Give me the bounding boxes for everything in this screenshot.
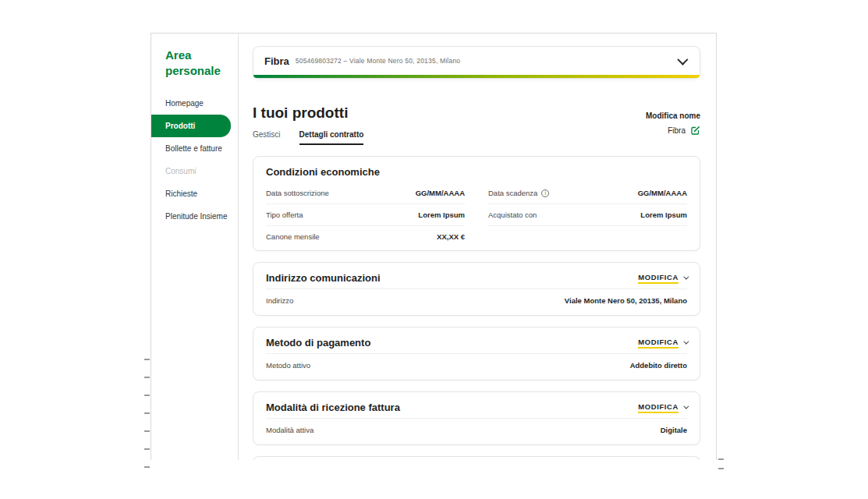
sidebar-item-label: Consumi [165, 167, 196, 175]
product-selector-dropdown[interactable]: Fibra 505469803272 – Viale Monte Nero 50… [253, 46, 700, 79]
modify-payment-button[interactable]: MODIFICA [638, 338, 687, 349]
crop-mark [718, 458, 724, 460]
modify-invoice-button[interactable]: MODIFICA [638, 402, 687, 413]
sidebar-item-bollette-e-fatture[interactable]: Bollette e fatture [151, 137, 238, 160]
pencil-icon[interactable] [690, 126, 700, 136]
tab-dettagli-contratto[interactable]: Dettagli contratto [299, 130, 364, 145]
row-value: Digitale [661, 426, 687, 434]
chevron-down-icon [683, 274, 689, 280]
card-title: Metodo di pagamento [266, 337, 370, 349]
chevron-down-icon [683, 404, 689, 409]
tab-gestisci[interactable]: Gestisci [253, 130, 281, 145]
product-name: Fibra [264, 55, 289, 67]
card-title: Indirizzo comunicazioni [266, 272, 381, 284]
product-code-address: 505469803272 – Viale Monte Nero 50, 2013… [296, 57, 460, 65]
row-value: GG/MM/AAAA [416, 189, 465, 197]
product-tabs: Gestisci Dettagli contratto [253, 130, 700, 145]
rename-block: Modifica nome Fibra [646, 111, 700, 136]
page-title: I tuoi prodotti [253, 104, 700, 122]
brand-gradient-bar [253, 75, 700, 78]
sidebar-item-prodotti[interactable]: Prodotti [151, 115, 231, 137]
row-value: XX,XX € [437, 232, 465, 241]
row-label: Tipo offerta [266, 211, 303, 219]
crop-mark [144, 430, 150, 432]
page-header: I tuoi prodotti Modifica nome Fibra [253, 104, 700, 122]
info-icon[interactable]: i [541, 189, 549, 197]
row-value: Lorem Ipsum [640, 211, 687, 219]
detail-row: Metodo attivo Addebito diretto [266, 353, 687, 377]
row-label: Data scadenza i [488, 189, 549, 197]
modify-label: MODIFICA [638, 338, 678, 349]
detail-row: Data sottoscrizione GG/MM/AAAA [266, 182, 465, 204]
detail-row: Tipo offerta Lorem Ipsum [266, 204, 465, 226]
crop-mark [144, 448, 150, 450]
crop-mark [144, 412, 150, 414]
chevron-down-icon [683, 339, 689, 345]
modify-address-button[interactable]: MODIFICA [638, 273, 687, 284]
crop-mark [144, 395, 150, 396]
app-window: Area personale Homepage Prodotti Bollett… [151, 33, 717, 460]
sidebar-item-richieste[interactable]: Richieste [151, 182, 238, 205]
screenshot-canvas: Area personale Homepage Prodotti Bollett… [0, 0, 868, 499]
product-code: 505469803272 [296, 57, 342, 65]
detail-row: Acquistato con Lorem Ipsum [488, 204, 687, 226]
row-label: Canone mensile [266, 232, 320, 241]
chevron-down-icon[interactable] [677, 55, 688, 65]
card-indirizzo-comunicazioni: Indirizzo comunicazioni MODIFICA Indiriz… [253, 262, 700, 316]
sidebar-title: Area personale [151, 41, 238, 92]
sidebar-item-label: Prodotti [165, 122, 195, 130]
main-content: Fibra 505469803272 – Viale Monte Nero 50… [239, 34, 716, 460]
sidebar-item-label: Plenitude Insieme [165, 212, 228, 221]
rename-product-name: Fibra [668, 126, 686, 135]
crop-mark [144, 466, 150, 468]
card-header: Metodo di pagamento MODIFICA [266, 337, 687, 353]
card-title: Modalità di ricezione fattura [266, 402, 400, 413]
card-header: Indirizzo comunicazioni MODIFICA [266, 272, 687, 288]
row-value: Lorem Ipsum [418, 211, 465, 219]
modify-label: MODIFICA [638, 402, 678, 413]
row-label: Modalità attiva [266, 426, 314, 434]
row-value: Viale Monte Nero 50, 20135, Milano [565, 296, 687, 305]
crop-mark [144, 359, 150, 360]
card-title: Condizioni economiche [266, 166, 380, 178]
product-address: – Viale Monte Nero 50, 20135, Milano [344, 57, 461, 65]
detail-row: Canone mensile XX,XX € [266, 226, 465, 247]
detail-row: Data scadenza i GG/MM/AAAA [488, 182, 687, 204]
sidebar-item-plenitude-insieme[interactable]: Plenitude Insieme [151, 205, 238, 228]
modify-label: MODIFICA [638, 273, 678, 284]
card-partial-next [253, 456, 700, 460]
row-label: Indirizzo [266, 296, 293, 305]
card-metodo-di-pagamento: Metodo di pagamento MODIFICA Metodo atti… [253, 327, 700, 380]
crop-mark [718, 468, 724, 469]
card-header: Condizioni economiche [266, 166, 687, 182]
sidebar-item-label: Homepage [165, 99, 204, 108]
row-label: Data sottoscrizione [266, 189, 329, 197]
sidebar-item-consumi: Consumi [151, 160, 238, 182]
card-header: Modalità di ricezione fattura MODIFICA [266, 402, 687, 418]
detail-row-empty [488, 226, 687, 247]
row-label: Acquistato con [488, 211, 537, 219]
sidebar-item-label: Richieste [165, 189, 197, 198]
row-value: Addebito diretto [630, 361, 687, 370]
crop-mark [144, 377, 150, 378]
row-value: GG/MM/AAAA [638, 189, 687, 197]
sidebar-item-homepage[interactable]: Homepage [151, 92, 238, 115]
card-condizioni-economiche: Condizioni economiche Data sottoscrizion… [253, 156, 700, 251]
sidebar-item-label: Bollette e fatture [165, 144, 222, 153]
detail-row: Modalità attiva Digitale [266, 418, 687, 441]
row-label: Metodo attivo [266, 361, 310, 370]
card-modalita-ricezione-fattura: Modalità di ricezione fattura MODIFICA M… [253, 391, 700, 445]
rename-product-button[interactable]: Modifica nome [646, 111, 700, 120]
detail-row: Indirizzo Viale Monte Nero 50, 20135, Mi… [266, 288, 687, 312]
economics-grid: Data sottoscrizione GG/MM/AAAA Data scad… [266, 182, 687, 247]
rename-product-row: Fibra [646, 126, 700, 136]
sidebar: Area personale Homepage Prodotti Bollett… [151, 34, 239, 460]
row-label-text: Data scadenza [488, 189, 537, 197]
